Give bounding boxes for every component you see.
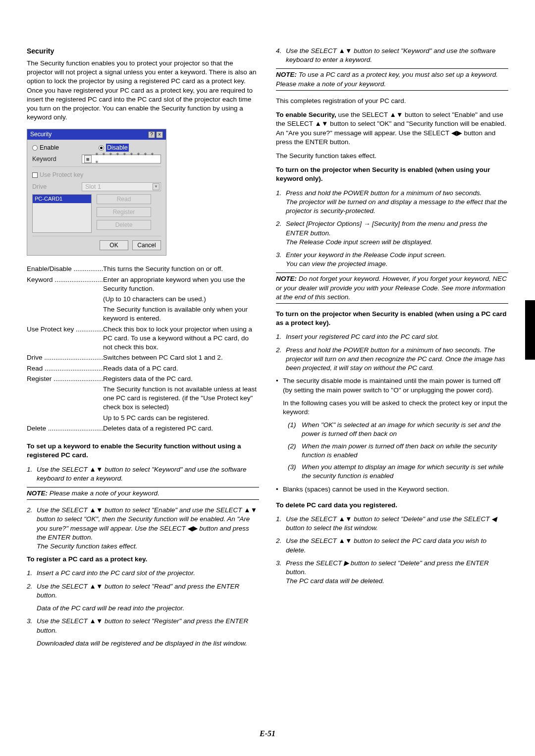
complete-text: This completes registration of your PC c…	[276, 97, 508, 106]
keyword-value: ＊＊＊＊＊＊＊＊＊＊	[94, 151, 160, 168]
def-desc: (Up to 10 characters can be used.)	[103, 295, 259, 304]
def-desc: The Security function is not available u…	[103, 385, 259, 412]
dialog-title: Security	[30, 130, 52, 138]
def-term: Drive	[27, 353, 103, 362]
case-text: When you attempt to display an image for…	[302, 463, 508, 481]
keyword-label: Keyword	[32, 155, 78, 163]
def-desc: The Security function is available only …	[103, 305, 259, 323]
bullet-text: The security disable mode is maintained …	[283, 377, 508, 394]
def-term: Read	[27, 364, 103, 373]
step-text: Insert your registered PC card into the …	[286, 332, 508, 341]
enable-instructions: To enable Security, use the SELECT ▲▼ bu…	[276, 110, 508, 147]
step-text: Press and hold the POWER button for a mi…	[286, 189, 508, 216]
page-number: E-51	[0, 728, 535, 739]
drive-select[interactable]: Slot 1 ▼	[82, 182, 161, 191]
note: NOTE: Please make a note of your keyword…	[27, 487, 259, 500]
section-heading: Security	[27, 47, 259, 56]
enable-result: The Security function takes effect.	[276, 152, 508, 161]
step-text: Use the SELECT ▲▼ button to select the P…	[286, 537, 508, 554]
case-text: When the main power is turned off then b…	[302, 442, 508, 460]
close-icon[interactable]: ×	[156, 131, 163, 138]
step-text: Use the SELECT ▲▼ button to select "Read…	[37, 582, 259, 600]
step-text: Use the SELECT ▲▼ button to select "Keyw…	[37, 465, 259, 483]
enable-radio-label: Enable	[40, 144, 59, 152]
turnon-kw-heading: To turn on the projector when Security i…	[276, 165, 508, 183]
note: NOTE: Do not forget your keyword. Howeve…	[276, 272, 508, 304]
step-text: Enter your keyword in the Release Code i…	[286, 251, 508, 269]
chevron-down-icon[interactable]: ▼	[153, 183, 160, 190]
keyboard-icon[interactable]: ▦	[84, 155, 92, 163]
def-term: Register	[27, 375, 103, 383]
step-text: Press and hold the POWER button for a mi…	[286, 346, 508, 373]
def-term: Use Protect key	[27, 325, 103, 352]
intro-paragraph: The Security function enables you to pro…	[27, 59, 259, 122]
use-protect-key-label: Use Protect key	[40, 171, 83, 179]
ok-button[interactable]: OK	[100, 240, 128, 250]
def-term: Delete	[27, 424, 103, 433]
enable-radio[interactable]: Enable	[32, 144, 95, 152]
definition-list: Enable/Disable This turns the Security f…	[27, 265, 259, 433]
def-desc: Reads data of a PC card.	[103, 364, 259, 373]
side-tab	[525, 300, 535, 360]
keyword-input[interactable]: ▦ ＊＊＊＊＊＊＊＊＊＊	[82, 155, 161, 163]
step-text: Select [Projector Options] → [Security] …	[286, 219, 508, 247]
register-heading: To register a PC card as a protect key.	[27, 555, 259, 564]
register-button[interactable]: Register	[97, 207, 151, 217]
def-desc: Check this box to lock your projector wh…	[103, 325, 259, 352]
pc-card-list[interactable]: PC-CARD1	[32, 194, 92, 233]
step-text: Use the SELECT ▲▼ button to select "Dele…	[286, 515, 508, 533]
def-desc: Up to 5 PC cards can be registered.	[103, 414, 259, 423]
drive-label: Drive	[32, 183, 78, 191]
use-protect-key-checkbox[interactable]: Use Protect key	[32, 171, 161, 179]
def-desc: Switches between PC Card slot 1 and 2.	[103, 353, 259, 362]
help-icon[interactable]: ?	[148, 131, 155, 138]
dialog-title-bar: Security ? ×	[27, 129, 166, 139]
drive-select-value: Slot 1	[85, 183, 101, 191]
case-text: When "OK" is selected at an image for wh…	[302, 421, 508, 438]
read-button[interactable]: Read	[97, 194, 151, 204]
def-desc: This turns the Security function on or o…	[103, 265, 259, 273]
step-text: Insert a PC card into the PC card slot o…	[37, 569, 259, 578]
step-text: Use the SELECT ▲▼ button to select "Enab…	[37, 506, 259, 551]
bullet-text: Blanks (spaces) cannot be used in the Ke…	[283, 485, 449, 494]
step-text: Press the SELECT ▶ button to select "Del…	[286, 559, 508, 586]
list-item[interactable]: PC-CARD1	[33, 195, 91, 203]
def-term: Enable/Disable	[27, 265, 103, 273]
step-note: Downloaded data will be registered and b…	[37, 639, 259, 648]
setup-heading: To set up a keyword to enable the Securi…	[27, 442, 259, 460]
def-desc: Deletes data of a registered PC card.	[103, 424, 259, 433]
def-desc: Registers data of the PC card.	[103, 375, 259, 383]
def-desc: Enter an appropriate keyword when you us…	[103, 275, 259, 293]
delete-button[interactable]: Delete	[97, 220, 151, 230]
def-term: Keyword	[27, 275, 103, 293]
step-text: Use the SELECT ▲▼ button to select "Keyw…	[286, 47, 508, 64]
security-dialog: Security ? × Enable Disable	[27, 129, 166, 256]
step-text: Use the SELECT ▲▼ button to select "Regi…	[37, 617, 259, 635]
cancel-button[interactable]: Cancel	[132, 240, 161, 250]
note: NOTE: To use a PC card as a protect key,…	[276, 68, 508, 90]
step-note: Data of the PC card will be read into th…	[37, 604, 259, 613]
turnon-pc-heading: To turn on the projector when Security i…	[276, 310, 508, 327]
delete-heading: To delete PC card data you registered.	[276, 501, 508, 510]
cases-intro: In the following cases you will be asked…	[283, 399, 508, 417]
